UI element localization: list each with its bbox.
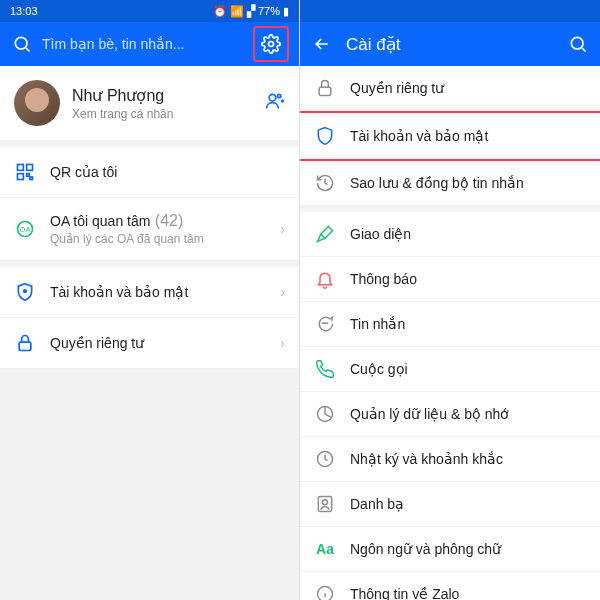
settings-item-language[interactable]: Aa Ngôn ngữ và phông chữ: [300, 527, 600, 572]
svg-point-16: [571, 37, 583, 49]
svg-point-14: [24, 290, 27, 293]
settings-item-backup[interactable]: Sao lưu & đồng bộ tin nhắn: [300, 161, 600, 206]
svg-line-17: [582, 48, 586, 52]
settings-item-label: Quản lý dữ liệu & bộ nhớ: [350, 406, 586, 422]
oa-icon: OA: [14, 218, 36, 240]
settings-item-contacts[interactable]: Danh bạ: [300, 482, 600, 527]
settings-item-data[interactable]: Quản lý dữ liệu & bộ nhớ: [300, 392, 600, 437]
settings-list: Quyền riêng tư Tài khoản và bảo mật Sao …: [300, 66, 600, 600]
settings-item-label: Quyền riêng tư: [350, 80, 586, 96]
lock-icon: [14, 332, 36, 354]
clock-icon: [314, 448, 336, 470]
settings-item-label: Giao diện: [350, 226, 586, 242]
status-icons: ⏰ 📶 ▞ 77% ▮: [213, 5, 289, 18]
svg-line-1: [26, 48, 30, 52]
contacts-icon: [314, 493, 336, 515]
bell-icon: [314, 268, 336, 290]
svg-point-2: [269, 42, 274, 47]
avatar: [14, 80, 60, 126]
shield-icon: [314, 125, 336, 147]
phone-icon: [314, 358, 336, 380]
svg-point-4: [278, 94, 281, 97]
chevron-right-icon: ›: [280, 221, 285, 237]
alarm-icon: ⏰: [213, 5, 227, 18]
profile-name: Như Phượng: [72, 86, 173, 105]
battery-icon: ▮: [283, 5, 289, 18]
gear-icon: [261, 34, 281, 54]
svg-rect-8: [27, 165, 33, 171]
svg-rect-18: [319, 87, 331, 95]
screen-main: 13:03 ⏰ 📶 ▞ 77% ▮ Tìm bạn bè, tin nhắn..…: [0, 0, 300, 600]
settings-item-theme[interactable]: Giao diện: [300, 212, 600, 257]
svg-rect-10: [27, 174, 30, 177]
svg-rect-15: [19, 342, 31, 350]
status-bar: [300, 0, 600, 22]
svg-rect-7: [18, 165, 24, 171]
chevron-right-icon: ›: [280, 284, 285, 300]
settings-item-label: Tài khoản và bảo mật: [350, 128, 586, 144]
settings-header: Cài đặt: [300, 22, 600, 66]
settings-item-label: Sao lưu & đồng bộ tin nhắn: [350, 175, 586, 191]
brush-icon: [314, 223, 336, 245]
svg-point-3: [269, 94, 276, 101]
chevron-right-icon: ›: [280, 335, 285, 351]
privacy-row[interactable]: Quyền riêng tư ›: [0, 318, 299, 369]
back-button[interactable]: [310, 32, 334, 56]
search-input[interactable]: Tìm bạn bè, tin nhắn...: [42, 36, 253, 52]
settings-item-label: Thông báo: [350, 271, 586, 287]
privacy-label: Quyền riêng tư: [50, 335, 280, 351]
svg-point-23: [323, 500, 328, 505]
svg-rect-9: [18, 174, 24, 180]
status-time: 13:03: [10, 5, 38, 17]
svg-rect-11: [30, 177, 33, 180]
settings-item-diary[interactable]: Nhật ký và khoảnh khắc: [300, 437, 600, 482]
settings-item-label: Cuộc gọi: [350, 361, 586, 377]
settings-button[interactable]: [253, 26, 289, 62]
qr-label: QR của tôi: [50, 164, 285, 180]
wifi-icon: 📶: [230, 5, 244, 18]
settings-item-calls[interactable]: Cuộc gọi: [300, 347, 600, 392]
settings-item-notifications[interactable]: Thông báo: [300, 257, 600, 302]
search-icon[interactable]: [10, 32, 34, 56]
settings-title: Cài đặt: [346, 34, 566, 55]
signal-icon: ▞: [247, 5, 255, 18]
font-icon: Aa: [314, 538, 336, 560]
account-row[interactable]: Tài khoản và bảo mật ›: [0, 267, 299, 318]
settings-item-privacy[interactable]: Quyền riêng tư: [300, 66, 600, 111]
history-icon: [314, 172, 336, 194]
battery-text: 77%: [258, 5, 280, 17]
oa-row[interactable]: OA OA tôi quan tâm (42) Quản lý các OA đ…: [0, 198, 299, 261]
settings-item-label: Nhật ký và khoảnh khắc: [350, 451, 586, 467]
svg-point-0: [15, 37, 27, 49]
oa-sub: Quản lý các OA đã quan tâm: [50, 232, 280, 246]
settings-item-label: Tin nhắn: [350, 316, 586, 332]
profile-row[interactable]: Như Phượng Xem trang cá nhân: [0, 66, 299, 141]
oa-label: OA tôi quan tâm: [50, 213, 150, 229]
shield-icon: [14, 281, 36, 303]
settings-item-label: Ngôn ngữ và phông chữ: [350, 541, 586, 557]
search-button[interactable]: [566, 32, 590, 56]
add-friend-icon[interactable]: [265, 91, 285, 115]
profile-sub: Xem trang cá nhân: [72, 107, 173, 121]
svg-text:OA: OA: [20, 225, 31, 234]
account-label: Tài khoản và bảo mật: [50, 284, 280, 300]
info-icon: [314, 583, 336, 600]
settings-item-messages[interactable]: Tin nhắn: [300, 302, 600, 347]
status-bar: 13:03 ⏰ 📶 ▞ 77% ▮: [0, 0, 299, 22]
lock-icon: [314, 77, 336, 99]
qr-icon: [14, 161, 36, 183]
screen-settings: Cài đặt Quyền riêng tư Tài khoản và bảo …: [300, 0, 600, 600]
main-body: Như Phượng Xem trang cá nhân QR của tôi …: [0, 66, 299, 600]
pie-icon: [314, 403, 336, 425]
settings-item-label: Thông tin về Zalo: [350, 586, 586, 600]
settings-item-label: Danh bạ: [350, 496, 586, 512]
settings-item-account[interactable]: Tài khoản và bảo mật: [300, 111, 600, 161]
qr-row[interactable]: QR của tôi: [0, 147, 299, 198]
oa-count: (42): [155, 212, 183, 229]
main-header: Tìm bạn bè, tin nhắn...: [0, 22, 299, 66]
chat-icon: [314, 313, 336, 335]
settings-item-about[interactable]: Thông tin về Zalo: [300, 572, 600, 600]
